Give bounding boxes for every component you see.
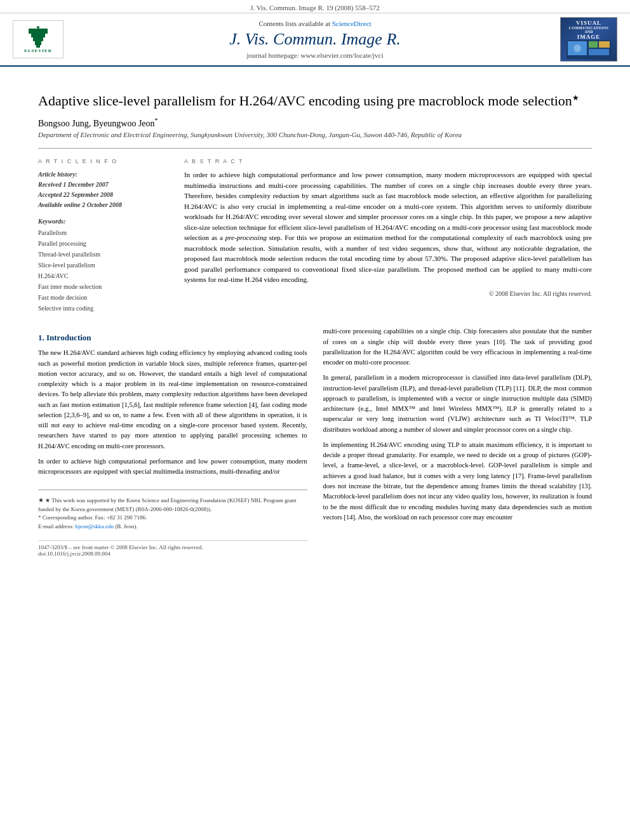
affiliation-text: Department of Electronic and Electrical …: [38, 131, 592, 138]
keyword-8: Selective intra coding: [38, 303, 165, 314]
footnotes: ★ ★ This work was supported by the Korea…: [38, 490, 307, 531]
author-star: *: [155, 117, 158, 124]
keywords-label: Keywords:: [38, 218, 165, 225]
journal-homepage: journal homepage: www.elsevier.com/locat…: [229, 51, 401, 59]
footnote-star-symbol: ★: [38, 497, 44, 503]
body-para-1: The new H.264/AVC standard achieves high…: [38, 348, 307, 451]
keyword-3: Thread-level parallelism: [38, 249, 165, 260]
sciencedirect-link[interactable]: ScienceDirect: [332, 20, 372, 27]
abstract-text: In order to achieve high computational p…: [184, 170, 592, 285]
footnote-email: E-mail address: bjeon@skku.edu (B. Jeon)…: [38, 523, 307, 531]
article-title: Adaptive slice-level parallelism for H.2…: [38, 92, 592, 110]
svg-rect-4: [29, 29, 48, 34]
journal-citation: J. Vis. Commun. Image R. 19 (2008) 558–5…: [0, 0, 630, 13]
visual-logo-line1: VISUAL: [576, 20, 601, 26]
email-suffix: (B. Jeon).: [115, 523, 137, 530]
accepted-date: Accepted 22 September 2008: [38, 190, 165, 200]
svg-point-11: [573, 44, 581, 52]
available-date: Available online 2 October 2008: [38, 200, 165, 210]
contents-available-text: Contents lists available at: [258, 20, 330, 27]
section1-heading: 1. Introduction: [38, 333, 307, 343]
copyright-text: © 2008 Elsevier Inc. All rights reserved…: [184, 290, 592, 297]
abstract-section: A B S T R A C T In order to achieve high…: [184, 158, 592, 314]
visual-image-logo: VISUAL COMMUNICATIONS AND IMAGE: [560, 17, 617, 62]
doi-text: doi:10.1016/j.jvcir.2008.09.004: [38, 550, 307, 557]
visual-logo-line4: IMAGE: [577, 34, 601, 40]
keyword-4: Slice-level parallelism: [38, 260, 165, 270]
article-history: Article history: Received 1 December 200…: [38, 170, 165, 210]
body-para-right-1: multi-core processing capabilities on a …: [323, 326, 593, 368]
history-label: Article history:: [38, 170, 165, 180]
email-link[interactable]: bjeon@skku.edu: [75, 523, 114, 530]
keyword-2: Parallel processing: [38, 238, 165, 249]
journal-center: Contents lists available at ScienceDirec…: [229, 20, 401, 59]
visual-logo-image: [566, 40, 611, 59]
body-section: 1. Introduction The new H.264/AVC standa…: [38, 326, 592, 557]
journal-header: ELSEVIER Contents lists available at Sci…: [0, 13, 630, 67]
page-bottom: 1047-3203/$ – see front matter © 2008 El…: [38, 540, 307, 557]
body-para-right-3: In implementing H.264/AVC encoding using…: [323, 440, 593, 523]
sciencedirect-line: Contents lists available at ScienceDirec…: [229, 20, 401, 27]
article-info-section: A R T I C L E I N F O Article history: R…: [38, 158, 592, 314]
footnote-star-text: ★ This work was supported by the Korea S…: [38, 497, 296, 512]
svg-rect-10: [589, 49, 609, 55]
article-info-label: A R T I C L E I N F O: [38, 158, 165, 164]
keywords-list: Parallelism Parallel processing Thread-l…: [38, 227, 165, 314]
abstract-label: A B S T R A C T: [184, 158, 592, 164]
authors-line: Bongsoo Jung, Byeungwoo Jeon*: [38, 117, 592, 129]
body-para-right-2: In general, parallelism in a modern micr…: [323, 373, 593, 435]
journal-title: J. Vis. Commun. Image R.: [229, 30, 401, 49]
body-right-col: multi-core processing capabilities on a …: [323, 326, 593, 557]
header-divider: [38, 148, 592, 149]
elsevier-tree-icon: [22, 26, 54, 48]
keyword-1: Parallelism: [38, 227, 165, 238]
received-date: Received 1 December 2007: [38, 180, 165, 190]
keyword-7: Fast mode decision: [38, 292, 165, 303]
journal-cite-text: J. Vis. Commun. Image R. 19 (2008) 558–5…: [250, 4, 380, 11]
article-info-left: A R T I C L E I N F O Article history: R…: [38, 158, 165, 314]
elsevier-logo: ELSEVIER: [13, 20, 64, 58]
svg-rect-9: [599, 41, 610, 48]
issn-text: 1047-3203/$ – see front matter © 2008 El…: [38, 544, 307, 550]
title-star: ★: [572, 93, 579, 102]
footnote-corresponding-text: * Corresponding author. Fax: +82 31 290 …: [38, 514, 147, 521]
body-left-col: 1. Introduction The new H.264/AVC standa…: [38, 326, 307, 557]
article-title-text: Adaptive slice-level parallelism for H.2…: [38, 93, 572, 109]
authors-text: Bongsoo Jung, Byeungwoo Jeon: [38, 118, 155, 128]
footnote-corresponding: * Corresponding author. Fax: +82 31 290 …: [38, 514, 307, 523]
main-content: Adaptive slice-level parallelism for H.2…: [0, 67, 630, 570]
email-label: E-mail address:: [38, 523, 74, 530]
elsevier-text: ELSEVIER: [24, 48, 51, 53]
keyword-6: Fast inter mode selection: [38, 281, 165, 292]
svg-rect-8: [589, 41, 598, 48]
keyword-5: H.264/AVC: [38, 270, 165, 281]
footnote-star: ★ ★ This work was supported by the Korea…: [38, 495, 307, 514]
body-para-2: In order to achieve high computational p…: [38, 457, 307, 477]
svg-point-5: [37, 26, 39, 29]
